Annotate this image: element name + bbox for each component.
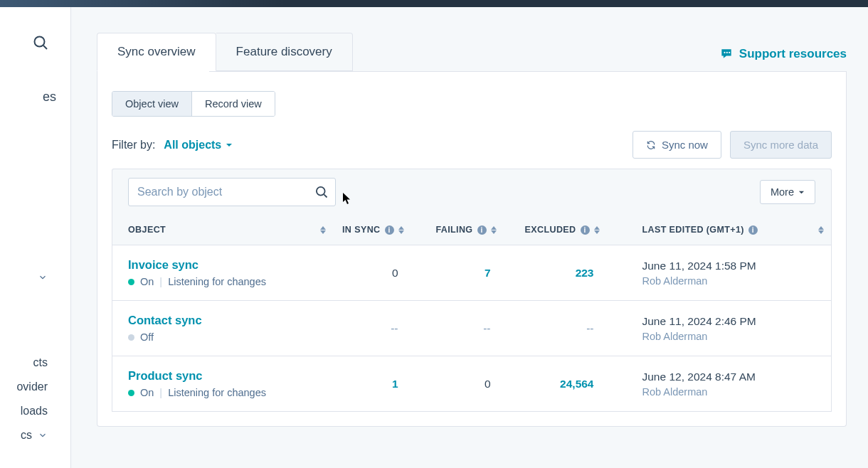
sidebar-item[interactable]: cts — [0, 351, 70, 375]
object-status: On|Listening for changes — [128, 276, 326, 287]
refresh-icon — [646, 140, 656, 150]
sidebar-heading-fragment: es — [0, 90, 70, 105]
chevron-down-icon — [38, 430, 48, 440]
sort-icon[interactable] — [491, 226, 497, 234]
info-icon[interactable]: i — [581, 225, 590, 235]
sort-icon[interactable] — [818, 226, 824, 234]
sync-more-data-button: Sync more data — [730, 131, 832, 159]
chevron-down-icon — [38, 272, 48, 282]
col-excluded[interactable]: EXCLUDEDi — [504, 215, 607, 245]
table-row: Invoice syncOn|Listening for changes0722… — [112, 245, 832, 301]
support-resources-link[interactable]: Support resources — [719, 47, 847, 71]
cell-in-sync[interactable]: 1 — [333, 356, 411, 412]
col-last-edited[interactable]: LAST EDITED (GMT+1) i — [607, 215, 832, 245]
svg-point-3 — [726, 52, 728, 53]
col-in-sync[interactable]: IN SYNCi — [333, 215, 411, 245]
svg-point-0 — [35, 37, 45, 47]
object-name-link[interactable]: Product sync — [128, 369, 326, 383]
filter-objects-dropdown[interactable]: All objects — [164, 139, 233, 151]
object-name-link[interactable]: Contact sync — [128, 314, 326, 327]
cell-excluded[interactable]: 223 — [504, 245, 607, 301]
table-row: Contact syncOff------June 11, 2024 2:46 … — [112, 301, 832, 356]
object-status: Off — [128, 331, 326, 343]
cell-failing: 0 — [411, 356, 504, 412]
sync-table: OBJECT IN SYNCi FAILINGi EXCLUDEDi — [112, 215, 832, 412]
cell-excluded[interactable]: 24,564 — [504, 356, 607, 412]
tab-feature-discovery[interactable]: Feature discovery — [216, 33, 353, 71]
sync-now-button[interactable]: Sync now — [633, 131, 721, 159]
tab-sync-overview[interactable]: Sync overview — [97, 33, 216, 71]
cell-last-edited: June 11, 2024 1:58 PMRob Alderman — [607, 245, 832, 301]
col-object[interactable]: OBJECT — [112, 215, 333, 245]
top-bar — [0, 0, 868, 7]
page-tabs: Sync overview Feature discovery — [97, 33, 353, 71]
info-icon[interactable]: i — [385, 225, 394, 235]
search-input[interactable] — [128, 178, 336, 206]
table-toolbar: More — [112, 169, 832, 215]
sort-icon[interactable] — [320, 226, 326, 234]
info-icon[interactable]: i — [748, 225, 758, 235]
svg-point-4 — [729, 52, 730, 53]
sort-icon[interactable] — [398, 226, 404, 234]
status-dot-icon — [128, 334, 134, 341]
chat-icon — [719, 47, 734, 61]
view-toggle: Object view Record view — [112, 91, 275, 117]
filter-label: Filter by: — [112, 139, 155, 151]
info-icon[interactable]: i — [477, 225, 487, 235]
object-view-toggle[interactable]: Object view — [112, 92, 191, 116]
svg-line-1 — [43, 46, 47, 49]
sidebar-item[interactable]: loads — [0, 399, 70, 423]
caret-down-icon — [798, 189, 805, 196]
caret-down-icon — [226, 142, 233, 149]
col-failing[interactable]: FAILINGi — [411, 215, 504, 245]
sidebar-item[interactable] — [0, 267, 70, 288]
svg-point-2 — [724, 52, 725, 53]
sidebar-search-icon[interactable] — [0, 34, 70, 51]
sort-icon[interactable] — [594, 226, 600, 234]
object-name-link[interactable]: Invoice sync — [128, 258, 326, 272]
search-icon[interactable] — [314, 185, 329, 199]
sidebar: es cts ovider loads cs — [0, 7, 71, 468]
sidebar-item[interactable]: ovider — [0, 375, 70, 399]
more-button[interactable]: More — [760, 180, 815, 204]
cell-in-sync: 0 — [333, 245, 411, 301]
svg-point-5 — [317, 187, 325, 196]
cell-failing: -- — [411, 301, 504, 356]
sync-card: Object view Record view Filter by: All o… — [97, 71, 847, 427]
main-content: Sync overview Feature discovery Support … — [71, 7, 868, 468]
table-row: Product syncOn|Listening for changes1024… — [112, 356, 832, 412]
svg-line-6 — [324, 194, 327, 197]
cell-in-sync: -- — [333, 301, 411, 356]
cell-excluded: -- — [504, 301, 607, 356]
record-view-toggle[interactable]: Record view — [191, 92, 275, 116]
cell-last-edited: June 12, 2024 8:47 AMRob Alderman — [607, 356, 832, 412]
object-status: On|Listening for changes — [128, 387, 326, 398]
status-dot-icon — [128, 390, 134, 396]
sidebar-item[interactable]: cs — [0, 423, 70, 447]
cell-last-edited: June 11, 2024 2:46 PMRob Alderman — [607, 301, 832, 356]
cell-failing[interactable]: 7 — [411, 245, 504, 301]
status-dot-icon — [128, 279, 134, 285]
